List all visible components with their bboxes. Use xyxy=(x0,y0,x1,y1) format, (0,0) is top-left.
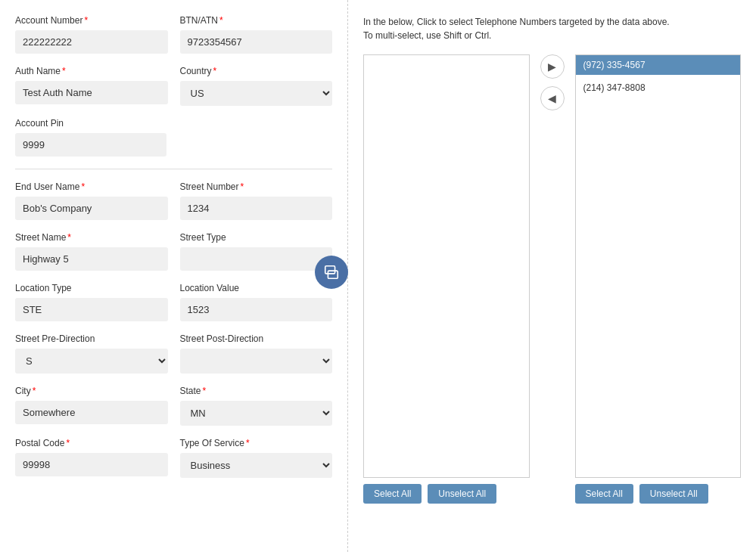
phone-item[interactable]: (214) 347-8808 xyxy=(576,78,741,98)
row-account-pin: Account Pin xyxy=(15,118,332,157)
divider xyxy=(15,169,332,169)
street-type-group: Street Type xyxy=(180,232,333,271)
location-type-input[interactable] xyxy=(15,298,168,321)
account-pin-label: Account Pin xyxy=(15,118,332,129)
street-name-group: Street Name* xyxy=(15,232,168,271)
postal-code-label: Postal Code* xyxy=(15,438,168,448)
end-user-name-group: End User Name* xyxy=(15,181,168,220)
left-unselect-all-button[interactable]: Unselect All xyxy=(428,484,496,504)
move-left-button[interactable]: ◀ xyxy=(540,86,565,110)
left-select-all-button[interactable]: Select All xyxy=(363,484,422,504)
postal-code-group: Postal Code* xyxy=(15,438,168,478)
phone-selector-area: Select All Unselect All ▶ ◀ (972) 335-45… xyxy=(363,54,741,504)
row-directions: Street Pre-Direction N S E W NE NW SE SW xyxy=(15,333,332,374)
street-post-direction-group: Street Post-Direction N S E W NE NW SE S… xyxy=(180,333,333,374)
btn-atn-label: BTN/ATN* xyxy=(180,15,333,26)
country-group: Country* US CA MX xyxy=(180,66,333,106)
svg-rect-1 xyxy=(328,271,338,278)
street-name-label: Street Name* xyxy=(15,232,168,243)
btn-atn-group: BTN/ATN* xyxy=(180,15,333,54)
street-type-input[interactable] xyxy=(180,247,333,271)
arrow-column: ▶ ◀ xyxy=(530,54,575,110)
type-of-service-select[interactable]: Business Residential xyxy=(180,453,333,478)
left-panel: Account Number* BTN/ATN* Auth Name* xyxy=(0,0,348,552)
instruction-text: In the below, Click to select Telephone … xyxy=(363,15,741,42)
auth-name-group: Auth Name* xyxy=(15,66,168,106)
account-number-label: Account Number* xyxy=(15,15,168,26)
street-type-label: Street Type xyxy=(180,232,333,243)
phone-item[interactable]: (972) 335-4567 xyxy=(576,55,741,75)
row-account-btn: Account Number* BTN/ATN* xyxy=(15,15,332,54)
street-pre-direction-label: Street Pre-Direction xyxy=(15,333,168,344)
postal-code-input[interactable] xyxy=(15,453,168,476)
center-icon xyxy=(315,256,348,289)
end-user-name-input[interactable] xyxy=(15,197,168,220)
account-pin-input[interactable] xyxy=(15,133,166,157)
row-postal-service: Postal Code* Type Of Service* Business R… xyxy=(15,438,332,478)
left-phone-list-container: Select All Unselect All xyxy=(363,54,530,504)
move-right-button[interactable]: ▶ xyxy=(540,54,565,79)
city-input[interactable] xyxy=(15,401,168,424)
street-name-input[interactable] xyxy=(15,247,168,271)
city-group: City* xyxy=(15,386,168,426)
end-user-name-label: End User Name* xyxy=(15,181,168,192)
right-select-all-button[interactable]: Select All xyxy=(575,484,633,504)
right-btn-row: Select All Unselect All xyxy=(575,484,742,504)
state-label: State* xyxy=(180,386,333,396)
right-unselect-all-button[interactable]: Unselect All xyxy=(639,484,708,504)
street-number-group: Street Number* xyxy=(180,181,333,220)
street-pre-direction-select[interactable]: N S E W NE NW SE SW xyxy=(15,349,168,374)
location-type-group: Location Type xyxy=(15,283,168,321)
type-of-service-group: Type Of Service* Business Residential xyxy=(180,438,333,478)
state-select[interactable]: ALAKAZAR CACOCTDE FLGAHIID ILINIAKS KYLA… xyxy=(180,401,333,426)
location-value-label: Location Value xyxy=(180,283,333,293)
row-city-state: City* State* ALAKAZAR CACOCTDE FLGAHIID … xyxy=(15,386,332,426)
location-type-label: Location Type xyxy=(15,283,168,293)
street-post-direction-select[interactable]: N S E W NE NW SE SW xyxy=(180,349,333,374)
location-value-input[interactable] xyxy=(180,298,333,321)
row-streetname-type: Street Name* Street Type xyxy=(15,232,332,271)
country-label: Country* xyxy=(180,66,333,76)
account-number-input[interactable] xyxy=(15,30,168,54)
account-number-group: Account Number* xyxy=(15,15,168,54)
row-location: Location Type Location Value xyxy=(15,283,332,321)
row-enduser-street: End User Name* Street Number* xyxy=(15,181,332,220)
city-label: City* xyxy=(15,386,168,396)
auth-name-label: Auth Name* xyxy=(15,66,168,76)
right-phone-list[interactable]: (972) 335-4567 (214) 347-8808 xyxy=(575,54,742,478)
location-value-group: Location Value xyxy=(180,283,333,321)
row-auth-country: Auth Name* Country* US CA MX xyxy=(15,66,332,106)
type-of-service-label: Type Of Service* xyxy=(180,438,333,448)
state-group: State* ALAKAZAR CACOCTDE FLGAHIID ILINIA… xyxy=(180,386,333,426)
left-btn-row: Select All Unselect All xyxy=(363,484,530,504)
right-phone-list-container: (972) 335-4567 (214) 347-8808 Select All… xyxy=(575,54,742,504)
auth-name-input[interactable] xyxy=(15,81,168,104)
street-pre-direction-group: Street Pre-Direction N S E W NE NW SE SW xyxy=(15,333,168,374)
street-number-label: Street Number* xyxy=(180,181,333,192)
right-panel: In the below, Click to select Telephone … xyxy=(348,0,756,552)
street-number-input[interactable] xyxy=(180,197,333,220)
country-select[interactable]: US CA MX xyxy=(180,81,333,106)
account-pin-group: Account Pin xyxy=(15,118,332,157)
left-phone-list[interactable] xyxy=(363,54,530,478)
svg-rect-0 xyxy=(325,266,335,274)
street-post-direction-label: Street Post-Direction xyxy=(180,333,333,344)
btn-atn-input[interactable] xyxy=(180,30,333,54)
